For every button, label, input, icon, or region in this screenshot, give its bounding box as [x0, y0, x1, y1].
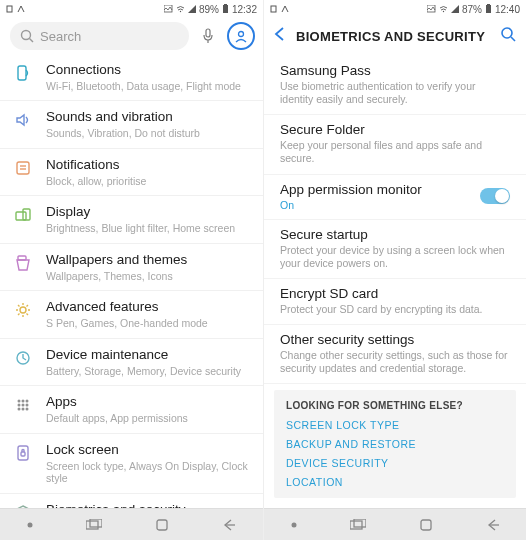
row-subtitle: Battery, Storage, Memory, Device securit… [46, 365, 251, 378]
row-subtitle: Brightness, Blue light filter, Home scre… [46, 222, 251, 235]
svg-rect-40 [487, 4, 490, 5]
row-subtitle: Sounds, Vibration, Do not disturb [46, 127, 251, 140]
svg-line-42 [511, 37, 515, 41]
svg-point-25 [18, 408, 21, 411]
phone-settings: 89% 12:32 Search ConnectionsWi-Fi, Bluet… [0, 0, 263, 540]
security-row[interactable]: App permission monitorOn [264, 175, 526, 220]
nav-recents[interactable] [86, 519, 102, 531]
account-button[interactable] [227, 22, 255, 50]
svg-point-20 [22, 400, 25, 403]
row-subtitle: Protect your device by using a screen lo… [280, 244, 510, 270]
search-row: Search [0, 18, 263, 54]
settings-row-lock[interactable]: Lock screenScreen lock type, Always On D… [0, 434, 263, 494]
battery-alt-icon [6, 5, 14, 13]
wifi-icon [176, 5, 185, 13]
battery-icon [485, 4, 492, 14]
image-icon [164, 5, 173, 13]
settings-row-notif[interactable]: NotificationsBlock, allow, prioritise [0, 149, 263, 196]
row-subtitle: Screen lock type, Always On Display, Clo… [46, 460, 251, 485]
looking-link[interactable]: DEVICE SECURITY [286, 457, 504, 469]
security-row[interactable]: Other security settingsChange other secu… [264, 325, 526, 384]
security-row[interactable]: Secure FolderKeep your personal files an… [264, 115, 526, 174]
phone-biometrics: 87% 12:40 BIOMETRICS AND SECURITY Samsun… [263, 0, 526, 540]
nav-home[interactable] [155, 518, 169, 532]
status-bar: 87% 12:40 [264, 0, 526, 18]
toggle-switch[interactable] [480, 188, 510, 204]
settings-row-adv[interactable]: Advanced featuresS Pen, Games, One-hande… [0, 291, 263, 338]
settings-row-bio[interactable]: Biometrics and securityIntelligent Scan,… [0, 494, 263, 508]
image-icon [427, 5, 436, 13]
arrow-icon [17, 5, 25, 13]
row-subtitle: Change other security settings, such as … [280, 349, 510, 375]
apps-icon [10, 394, 36, 414]
svg-point-2 [180, 11, 181, 12]
row-subtitle: Keep your personal files and apps safe a… [280, 139, 510, 165]
row-title: Other security settings [280, 332, 510, 347]
svg-rect-39 [486, 5, 491, 13]
svg-rect-44 [350, 521, 362, 529]
wall-icon [10, 252, 36, 272]
arrow-icon [281, 5, 289, 13]
row-title: Sounds and vibration [46, 109, 251, 126]
row-subtitle: Default apps, App permissions [46, 412, 251, 425]
nav-expand[interactable] [27, 522, 33, 528]
settings-row-connections[interactable]: ConnectionsWi-Fi, Bluetooth, Data usage,… [0, 54, 263, 101]
security-row[interactable]: Encrypt SD cardProtect your SD card by e… [264, 279, 526, 325]
nav-expand[interactable] [291, 522, 297, 528]
looking-link[interactable]: SCREEN LOCK TYPE [286, 419, 504, 431]
mic-button[interactable] [195, 23, 221, 49]
svg-rect-34 [90, 519, 102, 527]
row-subtitle: Use biometric authentication to verify y… [280, 80, 510, 106]
nav-back[interactable] [222, 518, 236, 532]
svg-point-9 [239, 32, 244, 37]
nav-home[interactable] [419, 518, 433, 532]
svg-rect-46 [421, 520, 431, 530]
search-button[interactable] [500, 26, 516, 46]
svg-rect-11 [17, 162, 29, 174]
search-input[interactable]: Search [10, 22, 189, 50]
row-subtitle: Block, allow, prioritise [46, 175, 251, 188]
svg-point-22 [18, 404, 21, 407]
page-title: BIOMETRICS AND SECURITY [296, 29, 490, 44]
svg-point-26 [22, 408, 25, 411]
maint-icon [10, 347, 36, 367]
looking-link[interactable]: BACKUP AND RESTORE [286, 438, 504, 450]
nav-bar [264, 508, 526, 540]
search-icon [20, 29, 34, 43]
settings-row-wall[interactable]: Wallpapers and themesWallpapers, Themes,… [0, 244, 263, 291]
row-title: Secure startup [280, 227, 510, 242]
svg-point-41 [502, 28, 512, 38]
battery-icon [222, 4, 229, 14]
row-title: Wallpapers and themes [46, 252, 251, 269]
search-placeholder: Search [40, 29, 81, 44]
row-title: Device maintenance [46, 347, 251, 364]
clock: 12:40 [495, 4, 520, 15]
row-title: Connections [46, 62, 251, 79]
settings-row-display[interactable]: DisplayBrightness, Blue light filter, Ho… [0, 196, 263, 243]
signal-icon [188, 5, 196, 13]
row-title: Advanced features [46, 299, 251, 316]
svg-rect-36 [271, 6, 276, 12]
settings-row-maint[interactable]: Device maintenanceBattery, Storage, Memo… [0, 339, 263, 386]
row-subtitle: Wi-Fi, Bluetooth, Data usage, Flight mod… [46, 80, 251, 93]
settings-row-sound[interactable]: Sounds and vibrationSounds, Vibration, D… [0, 101, 263, 148]
row-title: Samsung Pass [280, 63, 510, 78]
looking-link[interactable]: LOCATION [286, 476, 504, 488]
nav-recents[interactable] [350, 519, 366, 531]
row-title: Secure Folder [280, 122, 510, 137]
nav-back[interactable] [486, 518, 500, 532]
svg-point-38 [443, 11, 444, 12]
connections-icon [10, 62, 36, 82]
person-icon [234, 29, 248, 43]
wifi-icon [439, 5, 448, 13]
security-row[interactable]: Samsung PassUse biometric authentication… [264, 56, 526, 115]
nav-bar [0, 508, 263, 540]
battery-pct: 89% [199, 4, 219, 15]
svg-point-24 [26, 404, 29, 407]
signal-icon [451, 5, 459, 13]
svg-point-5 [22, 31, 31, 40]
row-title: Encrypt SD card [280, 286, 510, 301]
back-button[interactable] [274, 27, 286, 45]
security-row[interactable]: Secure startupProtect your device by usi… [264, 220, 526, 279]
settings-row-apps[interactable]: AppsDefault apps, App permissions [0, 386, 263, 433]
